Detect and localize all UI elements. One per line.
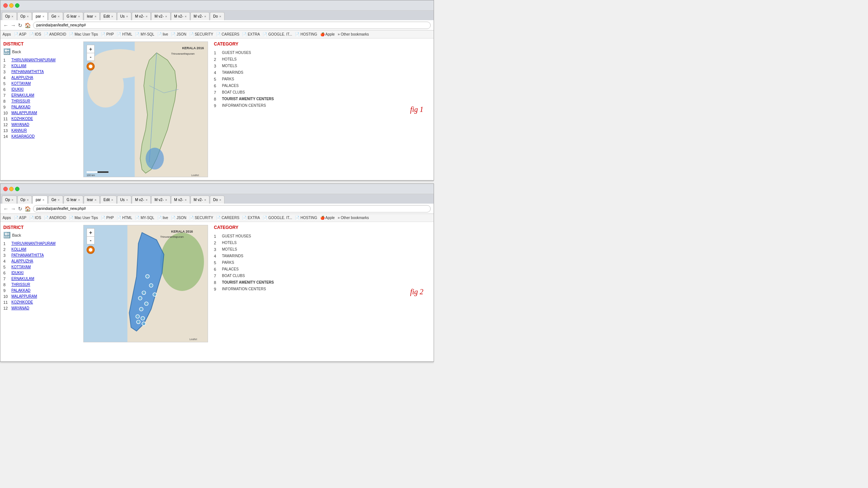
district2-link-thiruvananthapuram[interactable]: THIRUVANANTHAPURAM bbox=[11, 241, 55, 246]
district-link-pathanamthitta[interactable]: PATHANAMTHITTA bbox=[11, 70, 44, 74]
back-nav-btn-2[interactable]: ← bbox=[3, 206, 8, 212]
bm2-asp[interactable]: 📄 ASP bbox=[14, 216, 26, 220]
bm-google[interactable]: 📄 GOOGLE. IT... bbox=[263, 32, 292, 36]
bm-php[interactable]: 📄 PHP bbox=[101, 32, 114, 36]
bm2-php[interactable]: 📄 PHP bbox=[101, 216, 114, 220]
cat-boat-clubs[interactable]: BOAT CLUBS bbox=[222, 90, 245, 95]
refresh-btn-2[interactable]: ↻ bbox=[18, 206, 22, 212]
bm-apple[interactable]: 🍎 Apple bbox=[320, 32, 335, 36]
zoom-in-btn-2[interactable]: + bbox=[87, 228, 95, 236]
bm-json[interactable]: 📄 JSON bbox=[171, 32, 186, 36]
district2-link-thrissur[interactable]: THRISSUR bbox=[11, 283, 30, 287]
district-link-kollam[interactable]: KOLLAM bbox=[11, 64, 26, 68]
close-btn-2[interactable] bbox=[3, 187, 8, 191]
forward-nav-btn[interactable]: → bbox=[11, 22, 16, 28]
tab2-us[interactable]: Us× bbox=[117, 196, 132, 204]
district2-link-ernakulam[interactable]: ERNAKULAM bbox=[11, 277, 34, 281]
district-link-kottayam[interactable]: KOTTAYAM bbox=[11, 81, 31, 86]
bm-html[interactable]: 📄 HTML bbox=[117, 32, 132, 36]
cat2-tamarinds[interactable]: TAMARINDS bbox=[222, 254, 243, 258]
bm2-live[interactable]: 📄 live bbox=[157, 216, 168, 220]
back-button-1[interactable]: 🔙 Back bbox=[3, 48, 80, 55]
tab-edit[interactable]: Edit× bbox=[100, 12, 117, 20]
tab-lear[interactable]: lear× bbox=[84, 12, 100, 20]
bm2-hosting[interactable]: 📄 HOSTING bbox=[295, 216, 317, 220]
bm-other[interactable]: » Other bookmarks bbox=[338, 32, 369, 36]
tab-mv2a[interactable]: M v2-× bbox=[132, 12, 151, 20]
district2-link-idukki[interactable]: IDUKKI bbox=[11, 271, 23, 275]
tab2-op1[interactable]: Op× bbox=[2, 196, 17, 204]
tab-us[interactable]: Us× bbox=[117, 12, 132, 20]
district-link-thrissur[interactable]: THRISSUR bbox=[11, 99, 30, 103]
district-link-kasaragod[interactable]: KASARAGOD bbox=[11, 134, 34, 139]
forward-nav-btn-2[interactable]: → bbox=[11, 206, 16, 212]
tab-mv2c[interactable]: M v2-× bbox=[171, 12, 190, 20]
zoom-in-btn-1[interactable]: + bbox=[87, 45, 95, 53]
bm2-mac[interactable]: 📄 Mac User Tips bbox=[69, 216, 98, 220]
district2-link-wayanad[interactable]: WAYANAD bbox=[11, 306, 29, 310]
bm-live[interactable]: 📄 live bbox=[157, 32, 168, 36]
tab2-mv2b[interactable]: M v2-× bbox=[151, 196, 170, 204]
cat-tourist-amenity[interactable]: TOURIST AMENITY CENTERS bbox=[222, 97, 274, 101]
cat2-boat-clubs[interactable]: BOAT CLUBS bbox=[222, 274, 245, 278]
district-link-ernakulam[interactable]: ERNAKULAM bbox=[11, 93, 34, 98]
bm2-careers[interactable]: 📄 CAREERS bbox=[216, 216, 239, 220]
zoom-out-btn-2[interactable]: - bbox=[87, 236, 95, 244]
cat-hotels[interactable]: HOTELS bbox=[222, 57, 237, 62]
bm-hosting[interactable]: 📄 HOSTING bbox=[295, 32, 317, 36]
home-btn-2[interactable]: 🏠 bbox=[25, 206, 31, 212]
tab2-mv2a[interactable]: M v2-× bbox=[132, 196, 151, 204]
bm-security[interactable]: 📄 SECURITY bbox=[189, 32, 213, 36]
district-link-kannur[interactable]: KANNUR bbox=[11, 128, 27, 133]
maximize-btn-2[interactable] bbox=[15, 187, 19, 191]
bm2-apps[interactable]: Apps bbox=[3, 216, 11, 220]
district-link-idukki[interactable]: IDUKKI bbox=[11, 87, 23, 92]
bm2-apple[interactable]: 🍎 Apple bbox=[320, 216, 335, 220]
tab-glear[interactable]: G lear× bbox=[63, 12, 84, 20]
bm-extra[interactable]: 📄 EXTRA bbox=[242, 32, 260, 36]
location-btn-2[interactable] bbox=[87, 246, 95, 254]
close-btn[interactable] bbox=[3, 3, 8, 8]
cat2-tourist-amenity[interactable]: TOURIST AMENITY CENTERS bbox=[222, 280, 274, 285]
cat2-motels[interactable]: MOTELS bbox=[222, 247, 237, 252]
bm2-extra[interactable]: 📄 EXTRA bbox=[242, 216, 260, 220]
tab-mv2d[interactable]: M v2-× bbox=[190, 12, 209, 20]
district-link-alappuzha[interactable]: ALAPPUZHA bbox=[11, 76, 33, 80]
bm2-ios[interactable]: 📄 IOS bbox=[29, 216, 41, 220]
tab2-par[interactable]: par× bbox=[32, 196, 48, 204]
tab2-mv2d[interactable]: M v2-× bbox=[190, 196, 209, 204]
tab-do[interactable]: Do× bbox=[210, 12, 225, 20]
cat2-palaces[interactable]: PALACES bbox=[222, 267, 238, 272]
bm-careers[interactable]: 📄 CAREERS bbox=[216, 32, 239, 36]
map-container-1[interactable]: + - KERALA 2016 Thiruvananthapuram bbox=[83, 41, 208, 177]
district2-link-kozhikode[interactable]: KOZHIKODE bbox=[11, 300, 33, 305]
map-container-2[interactable]: + - KERALA 2016 Thiruvananthapuram bbox=[83, 225, 208, 342]
district-link-wayanad[interactable]: WAYANAD bbox=[11, 123, 29, 127]
cat-palaces[interactable]: PALACES bbox=[222, 84, 238, 88]
district-link-malappuram[interactable]: MALAPPURAM bbox=[11, 111, 37, 115]
district2-link-malappuram[interactable]: MALAPPURAM bbox=[11, 294, 37, 299]
bm-android[interactable]: 📄 ANDROID bbox=[44, 32, 66, 36]
cat2-hotels[interactable]: HOTELS bbox=[222, 241, 237, 245]
district-link-palakkad[interactable]: PALAKKAD bbox=[11, 105, 30, 109]
cat-guest-houses[interactable]: GUEST HOUSES bbox=[222, 51, 251, 55]
tab-op2[interactable]: Op× bbox=[17, 12, 32, 20]
district2-link-kottayam[interactable]: KOTTAYAM bbox=[11, 265, 31, 269]
bm2-json[interactable]: 📄 JSON bbox=[171, 216, 186, 220]
tab2-op2[interactable]: Op× bbox=[17, 196, 32, 204]
bm2-other[interactable]: » Other bookmarks bbox=[338, 216, 369, 220]
district2-link-alappuzha[interactable]: ALAPPUZHA bbox=[11, 259, 33, 263]
minimize-btn[interactable] bbox=[9, 3, 14, 8]
cat-motels[interactable]: MOTELS bbox=[222, 64, 237, 68]
back-button-2[interactable]: 🔙 Back bbox=[3, 232, 80, 238]
bm2-android[interactable]: 📄 ANDROID bbox=[44, 216, 66, 220]
cat-information-centers[interactable]: INFORMATION CENTERS bbox=[222, 103, 266, 108]
tab2-glear[interactable]: G lear× bbox=[63, 196, 84, 204]
tab2-do[interactable]: Do× bbox=[210, 196, 225, 204]
district-link-thiruvananthapuram[interactable]: THIRUVANANTHAPURAM bbox=[11, 58, 55, 62]
bm2-security[interactable]: 📄 SECURITY bbox=[189, 216, 213, 220]
tab-ge[interactable]: Ge× bbox=[48, 12, 63, 20]
location-btn-1[interactable] bbox=[87, 62, 95, 70]
tab2-mv2c[interactable]: M v2-× bbox=[171, 196, 190, 204]
district2-link-kollam[interactable]: KOLLAM bbox=[11, 247, 26, 252]
